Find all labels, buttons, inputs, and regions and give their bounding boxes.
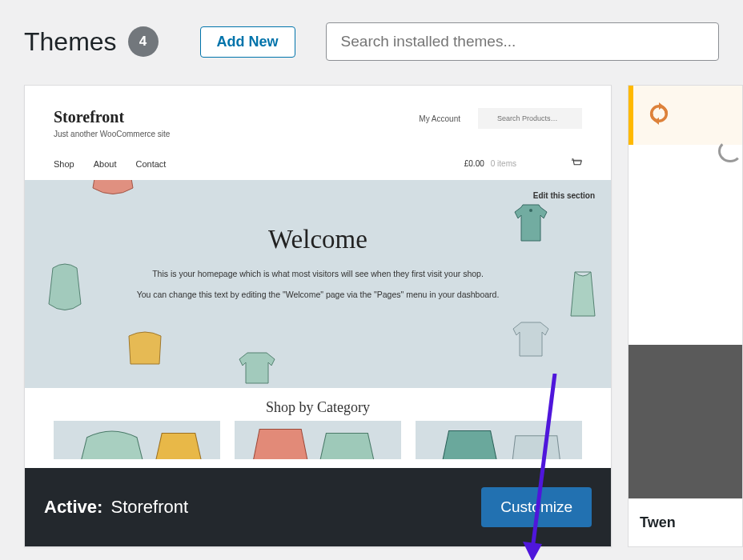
preview-category-tile [416, 421, 582, 459]
page-title: Themes [24, 27, 117, 57]
clothing-illustration [507, 201, 555, 249]
clothing-illustration [81, 180, 145, 204]
preview-nav-about: About [94, 159, 117, 169]
active-prefix: Active: [44, 497, 102, 517]
preview-header: Storefront Just another WooCommerce site… [25, 86, 611, 145]
themes-header: Themes 4 Add New [0, 0, 743, 75]
clothing-illustration [233, 348, 281, 388]
themes-grid: Storefront Just another WooCommerce site… [0, 75, 743, 547]
preview-shop-category-heading: Shop by Category [25, 399, 611, 416]
theme-card-storefront[interactable]: Storefront Just another WooCommerce site… [24, 85, 612, 547]
preview-category-tile [235, 421, 401, 459]
preview-tagline: Just another WooCommerce site [54, 130, 170, 138]
other-theme-name: Twen [629, 498, 742, 546]
theme-update-banner [629, 86, 742, 145]
preview-category-tile [54, 421, 220, 459]
preview-cart: £0.00 0 items [464, 158, 582, 170]
customize-button[interactable]: Customize [481, 487, 592, 527]
preview-categories [25, 421, 611, 459]
preview-nav-shop: Shop [54, 159, 74, 169]
theme-count-badge: 4 [128, 26, 159, 57]
preview-welcome-p2: You can change this text by editing the … [25, 290, 611, 299]
preview-welcome-p1: This is your homepage which is what most… [25, 269, 611, 278]
theme-card-footer: Active: Storefront Customize [25, 468, 611, 546]
basket-icon [571, 158, 582, 170]
decorative-shape [718, 140, 742, 162]
preview-product-search [478, 108, 582, 129]
preview-cart-items: 0 items [491, 159, 516, 168]
preview-nav-contact: Contact [135, 159, 166, 169]
theme-preview: Storefront Just another WooCommerce site… [25, 86, 611, 470]
preview-cart-total: £0.00 [464, 159, 484, 168]
theme-preview-dark [629, 345, 742, 519]
preview-my-account: My Account [419, 114, 460, 123]
refresh-icon [648, 102, 670, 128]
page-title-wrap: Themes 4 [24, 26, 159, 57]
clothing-illustration [121, 324, 169, 372]
svg-point-2 [529, 209, 532, 212]
theme-preview-light [629, 145, 742, 345]
preview-site-title: Storefront [54, 108, 170, 126]
theme-card-other[interactable]: Twen [628, 85, 743, 547]
clothing-illustration [507, 316, 555, 364]
active-theme-label: Active: Storefront [44, 497, 188, 518]
clothing-illustration [563, 268, 603, 324]
preview-edit-section: Edit this section [533, 191, 595, 200]
clothing-illustration [41, 260, 89, 316]
search-themes-input[interactable] [326, 22, 719, 61]
active-theme-name: Storefront [110, 497, 188, 517]
preview-nav: Shop About Contact £0.00 0 items [25, 145, 611, 180]
add-new-button[interactable]: Add New [200, 26, 295, 58]
preview-hero: Edit this section Welcome This is your h… [25, 180, 611, 388]
